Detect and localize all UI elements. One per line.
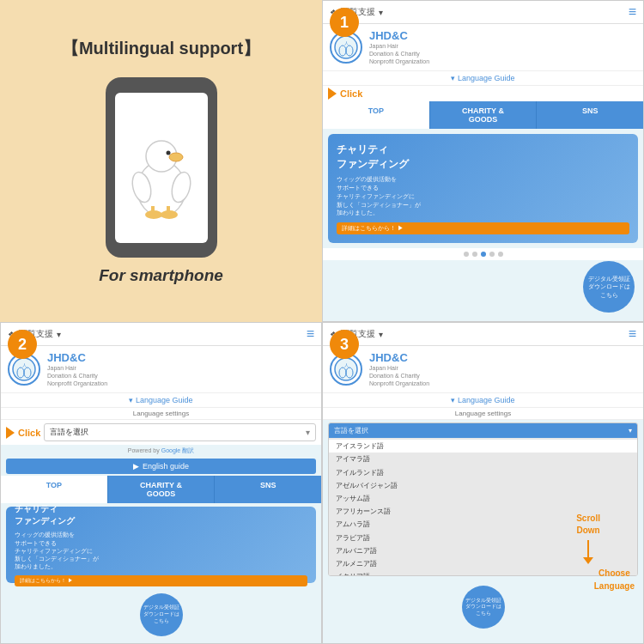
bottom-circle-2-wrap: デジタル受領証ダウンロードはこちら xyxy=(140,590,183,640)
bottom-circle-3-wrap: デジタル受領証ダウンロードはこちら xyxy=(462,582,505,632)
smartphone-label: For smartphone xyxy=(99,266,223,285)
lang-item-1[interactable]: アイマラ語 xyxy=(329,453,637,465)
jhdc-subtitle-2: Japan HairDonation & CharityNonprofit Or… xyxy=(47,364,107,387)
jhdc-logo-svg-2: 人 xyxy=(11,356,37,382)
svg-point-2 xyxy=(169,153,183,161)
top-bar-3: ❖ 閲覧支援 ▾ ≡ xyxy=(323,323,643,346)
phone-screen xyxy=(115,93,208,243)
scroll-down-label: Scroll Down xyxy=(576,512,600,564)
english-guide-btn-2[interactable]: ▶ English guide xyxy=(6,459,316,474)
top-bar-2: ❖ 閲覧支援 ▾ ≡ xyxy=(1,323,321,346)
browse-support-chevron-1: ▾ xyxy=(379,8,383,17)
click-select-row: Click 言語を選択 ▾ xyxy=(1,420,321,445)
lang-item-2[interactable]: アイルランド語 xyxy=(329,466,637,479)
tab-top-1[interactable]: TOP xyxy=(323,101,430,129)
duck-illustration xyxy=(123,112,200,223)
click-label-1: Click xyxy=(323,86,643,101)
quadrant-multilingual: 【Multilingual support】 xyxy=(0,0,322,322)
click-text-1: Click xyxy=(340,88,362,99)
multilingual-title: 【Multilingual support】 xyxy=(62,37,260,60)
lang-guide-text-2: ▾ Language Guide xyxy=(129,396,192,404)
badge-2: 2 xyxy=(8,330,37,359)
banner-btn-1[interactable]: 詳細はこちらから！ ▶ xyxy=(337,222,629,234)
browse-support-chevron-2: ▾ xyxy=(57,330,61,339)
jhdc-subtitle-3: Japan HairDonation & CharityNonprofit Or… xyxy=(369,364,429,387)
banner-1: チャリティファンディング ウィッグの援供活動をサポートできるチャリティファンディ… xyxy=(328,134,638,243)
phone-body xyxy=(106,77,217,258)
scroll-down-text: Scroll Down xyxy=(576,513,600,535)
scroll-arrow-head xyxy=(583,557,593,564)
lang-settings-bar-3: Language settings xyxy=(323,408,643,420)
jhdc-subtitle-1: Japan HairDonation & CharityNonprofit Or… xyxy=(369,42,429,65)
lang-settings-text-3: Language settings xyxy=(455,410,511,417)
svg-point-14 xyxy=(13,358,35,380)
banner-title-1: チャリティファンディング xyxy=(337,143,629,172)
dots-1 xyxy=(323,248,643,260)
phone-illustration xyxy=(106,77,217,249)
lang-guide-text-3: ▾ Language Guide xyxy=(451,396,514,404)
banner-2: チャリティファンディング ウィッグの援供活動をサポートできるチャリティファンディ… xyxy=(6,507,316,583)
jhdc-text-3: JHD&C Japan HairDonation & CharityNonpro… xyxy=(369,351,429,387)
lang-settings-text-2: Language settings xyxy=(133,410,189,417)
lang-guide-text-1: ▾ Language Guide xyxy=(451,74,514,82)
hamburger-icon-3[interactable]: ≡ xyxy=(629,326,636,342)
svg-point-3 xyxy=(166,151,170,155)
bottom-circle-1[interactable]: デジタル受領証ダウンロードはこちら xyxy=(583,261,635,313)
bottom-circle-2[interactable]: デジタル受領証ダウンロードはこちら xyxy=(140,593,183,636)
guide-arrow-2: ▶ xyxy=(133,462,139,471)
language-select-2[interactable]: 言語を選択 ▾ xyxy=(44,423,316,441)
click-text-2: Click xyxy=(18,428,40,438)
banner-body-2: ウィッグの援供活動をサポートできるチャリティファンディングに新しく「コンディショ… xyxy=(15,531,307,569)
lang-guide-bar-1[interactable]: ▾ Language Guide xyxy=(323,71,643,86)
nav-tabs-1: TOP CHARITY &GOODS SNS xyxy=(323,101,643,129)
svg-point-10 xyxy=(335,36,357,58)
choose-language-label: Choose Language xyxy=(594,567,635,592)
banner-title-2: チャリティファンディング xyxy=(15,503,307,527)
tab-charity-1[interactable]: CHARITY &GOODS xyxy=(430,101,538,129)
svg-text:人: 人 xyxy=(22,362,27,368)
quadrant-screenshot-3: 3 Scroll Down Choose Language ❖ 閲覧支援 ▾ ≡… xyxy=(322,322,644,644)
dot-1 xyxy=(464,252,469,257)
jhdc-title-2: JHD&C xyxy=(47,351,107,364)
hamburger-icon-1[interactable]: ≡ xyxy=(629,4,636,20)
dropdown-label-3: 言語を選択 xyxy=(334,426,368,435)
select-chevron-2: ▾ xyxy=(306,428,310,437)
quadrant-screenshot-1: 1 ❖ 閲覧支援 ▾ ≡ 人 JHD&C Japan HairDonation … xyxy=(322,0,644,322)
lang-item-3[interactable]: アゼルバイジャン語 xyxy=(329,479,637,492)
lang-item-4[interactable]: アッサム語 xyxy=(329,492,637,505)
jhdc-text-1: JHD&C Japan HairDonation & CharityNonpro… xyxy=(369,29,429,65)
bottom-circle-3[interactable]: デジタル受領証ダウンロードはこちら xyxy=(462,586,505,629)
badge-3: 3 xyxy=(330,330,359,359)
tab-charity-2[interactable]: CHARITY &GOODS xyxy=(108,476,216,503)
tab-sns-2[interactable]: SNS xyxy=(215,476,321,503)
lang-guide-bar-2[interactable]: ▾ Language Guide xyxy=(1,393,321,408)
lang-dropdown-header-3[interactable]: 言語を選択 ▾ xyxy=(329,423,637,438)
dot-3 xyxy=(481,252,486,257)
scroll-arrow xyxy=(576,540,600,564)
dot-4 xyxy=(489,252,495,257)
jhdc-title-3: JHD&C xyxy=(369,351,429,364)
jhdc-title-1: JHD&C xyxy=(369,29,429,42)
svg-point-18 xyxy=(335,358,357,380)
lang-guide-bar-3[interactable]: ▾ Language Guide xyxy=(323,393,643,408)
lang-item-10[interactable]: イタリア語 xyxy=(329,570,637,575)
svg-rect-8 xyxy=(151,206,155,216)
select-placeholder-2: 言語を選択 xyxy=(50,427,88,438)
choose-language-text: Choose Language xyxy=(594,568,635,590)
tab-top-2[interactable]: TOP xyxy=(1,476,108,503)
top-bar-1: ❖ 閲覧支援 ▾ ≡ xyxy=(323,1,643,24)
browse-support-chevron-3: ▾ xyxy=(379,330,383,339)
svg-rect-9 xyxy=(167,206,170,216)
click-arrow-1 xyxy=(328,88,337,100)
jhdc-text-2: JHD&C Japan HairDonation & CharityNonpro… xyxy=(47,351,107,387)
hamburger-icon-2[interactable]: ≡ xyxy=(307,326,314,342)
lang-item-0[interactable]: アイスランド語 xyxy=(329,440,637,453)
jhdc-header-1: 人 JHD&C Japan HairDonation & CharityNonp… xyxy=(323,24,643,71)
lang-settings-bar-2: Language settings xyxy=(1,408,321,420)
banner-body-1: ウィッグの援供活動をサポートできるチャリティファンディングに新しく「コンディショ… xyxy=(337,175,629,217)
svg-text:人: 人 xyxy=(344,40,349,46)
dot-2 xyxy=(472,252,477,257)
tab-sns-1[interactable]: SNS xyxy=(537,101,643,129)
dropdown-chevron-3: ▾ xyxy=(629,427,632,434)
banner-btn-2[interactable]: 詳細はこちらから！ ▶ xyxy=(15,575,307,586)
